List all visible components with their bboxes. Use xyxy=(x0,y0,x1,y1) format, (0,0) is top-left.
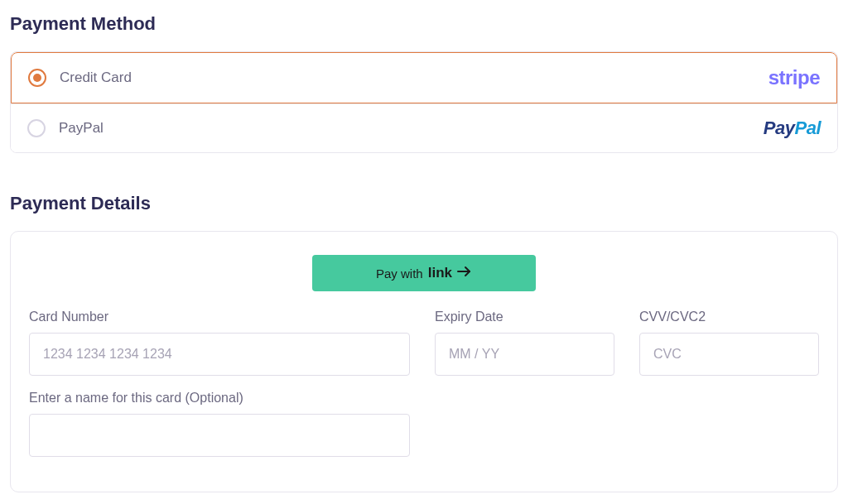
label-card-number: Card Number xyxy=(29,310,410,324)
pay-with-link-button[interactable]: Pay with link xyxy=(312,255,536,291)
radio-credit-card[interactable] xyxy=(28,69,46,87)
method-left: Credit Card xyxy=(28,69,132,87)
method-left: PayPal xyxy=(27,119,104,137)
method-label-credit-card: Credit Card xyxy=(60,70,132,86)
row-card-name: Enter a name for this card (Optional) xyxy=(29,391,819,457)
card-name-input[interactable] xyxy=(29,414,410,457)
paypal-logo: PayPal xyxy=(764,118,821,139)
col-card-number: Card Number xyxy=(29,310,410,376)
col-cvv: CVV/CVC2 xyxy=(639,310,819,376)
stripe-logo: stripe xyxy=(768,66,820,89)
payment-details-title: Payment Details xyxy=(10,193,838,214)
paypal-logo-pal: Pal xyxy=(794,118,821,138)
col-card-name: Enter a name for this card (Optional) xyxy=(29,391,410,457)
payment-method-list: Credit Card stripe PayPal PayPal xyxy=(10,51,838,153)
pay-with-link-prefix: Pay with xyxy=(376,266,423,281)
paypal-logo-pay: Pay xyxy=(764,118,795,138)
row-card-expiry-cvv: Card Number Expiry Date CVV/CVC2 xyxy=(29,310,819,376)
method-label-paypal: PayPal xyxy=(59,120,104,137)
label-card-name: Enter a name for this card (Optional) xyxy=(29,391,410,406)
link-wordmark: link xyxy=(428,265,452,281)
payment-details-card: Pay with link Card Number Expiry Date CV… xyxy=(10,231,838,492)
card-number-input[interactable] xyxy=(29,333,410,376)
label-expiry: Expiry Date xyxy=(435,310,614,324)
expiry-input[interactable] xyxy=(435,333,614,376)
payment-method-title: Payment Method xyxy=(10,13,838,35)
label-cvv: CVV/CVC2 xyxy=(639,310,819,324)
arrow-right-icon xyxy=(457,266,472,281)
radio-paypal[interactable] xyxy=(27,119,46,137)
payment-method-credit-card[interactable]: Credit Card stripe xyxy=(11,52,837,103)
payment-method-paypal[interactable]: PayPal PayPal xyxy=(11,103,837,152)
cvv-input[interactable] xyxy=(639,333,819,376)
col-expiry: Expiry Date xyxy=(435,310,614,376)
